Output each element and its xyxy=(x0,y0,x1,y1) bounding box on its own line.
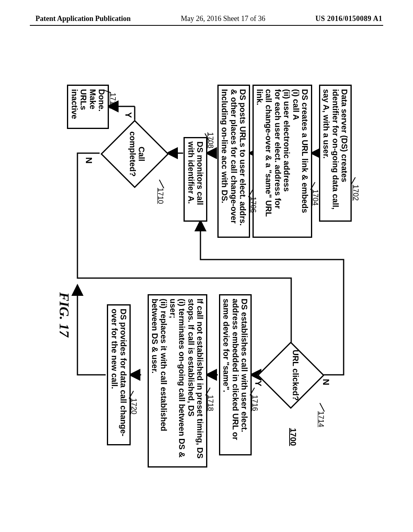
d1710-y: Y xyxy=(123,112,133,118)
step-1704: DS creates a URL link & embeds (i) call … xyxy=(252,85,312,238)
page: Patent Application Publication May 26, 2… xyxy=(0,0,413,532)
step-1716: DS establishes call with user elect. add… xyxy=(219,294,252,455)
step-1720: DS provides for data call change-over fo… xyxy=(107,304,131,445)
d1710-n: N xyxy=(83,157,94,164)
header-rule xyxy=(30,25,383,26)
page-header: Patent Application Publication May 26, 2… xyxy=(0,15,413,23)
step-1702: Data server (DS) creates identifier for … xyxy=(319,85,352,222)
ref-1704: 1704 xyxy=(311,189,319,206)
ref-1718: 1718 xyxy=(206,395,215,411)
ref-1720: 1720 xyxy=(130,398,138,414)
step-1708: DS monitors call with identifier A. xyxy=(184,137,207,222)
figure-number: 1700 xyxy=(289,428,298,446)
header-left: Patent Application Publication xyxy=(35,15,131,23)
step-1706: DS posts URLs to user elect. addrs. & ot… xyxy=(217,85,250,238)
ref-1714: 1714 xyxy=(317,411,325,427)
ref-1702: 1702 xyxy=(352,185,360,201)
header-right: US 2016/0150089 A1 xyxy=(315,15,382,23)
ref-1708: 1708 xyxy=(206,132,215,148)
ref-1710: 1710 xyxy=(156,188,165,204)
step-1718: If call not established in preset timing… xyxy=(148,294,207,468)
step-1712: Done. Make URLs inactive xyxy=(67,85,109,129)
d1714-n: N xyxy=(321,379,331,385)
figure-17: Data server (DS) creates identifier for … xyxy=(53,69,360,496)
header-middle: May 26, 2016 Sheet 17 of 36 xyxy=(181,15,265,23)
figure-label: FIG. 17 xyxy=(56,292,72,337)
ref-1716: 1716 xyxy=(251,395,259,411)
ref-1712: 1712 xyxy=(109,93,117,109)
d1714-y: Y xyxy=(253,380,263,387)
ref-1706: 1706 xyxy=(249,197,257,213)
